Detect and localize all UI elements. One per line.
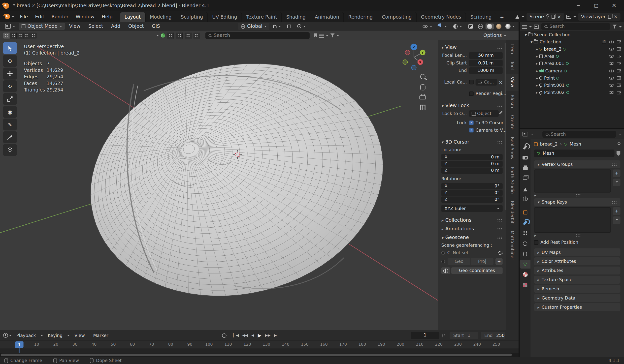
outliner-row-object[interactable]: Area.001 <box>520 60 624 67</box>
crs-radio[interactable] <box>441 251 445 254</box>
toggle-icon-b[interactable] <box>176 32 183 38</box>
timeline-scrollbar[interactable] <box>0 353 519 357</box>
tab-animation[interactable]: Animation <box>310 12 344 22</box>
tab-constraint-properties[interactable] <box>520 249 530 258</box>
tab-rendering[interactable]: Rendering <box>344 12 377 22</box>
vertex-groups-panel-header[interactable]: Vertex Groups <box>534 160 621 168</box>
outliner-row-collection[interactable]: Collection <box>520 38 624 45</box>
rotate-tool[interactable]: ↻ <box>3 80 17 92</box>
tab-matcombiner[interactable]: MatCombiner <box>506 228 519 263</box>
mesh-name-field[interactable]: Mesh <box>534 150 615 157</box>
cursor-tool[interactable]: ⊕ <box>3 55 17 67</box>
bookmark-icon[interactable] <box>314 33 317 38</box>
transform-orientation-dropdown[interactable]: Global <box>238 23 269 30</box>
select-subtract-button[interactable] <box>17 32 23 38</box>
disable-render-icon[interactable] <box>617 76 621 80</box>
menu-view-timeline[interactable]: View <box>71 332 89 339</box>
outliner-row-object[interactable]: Area <box>520 53 624 60</box>
filter-icon[interactable] <box>612 25 617 29</box>
add-vertex-group-button[interactable]: + <box>613 169 620 177</box>
tool-search-input[interactable]: Search <box>205 32 310 39</box>
camera-view-icon[interactable] <box>420 95 426 99</box>
tab-texture-paint[interactable]: Texture Paint <box>242 12 282 22</box>
playhead[interactable]: 1 <box>15 341 24 348</box>
menu-window[interactable]: Window <box>72 13 98 20</box>
overlays-dropdown[interactable] <box>451 23 465 29</box>
add-rest-position-checkbox[interactable] <box>534 240 539 245</box>
select-invert-button[interactable] <box>24 32 30 38</box>
play-reverse-button[interactable]: ◀ <box>251 333 254 337</box>
axis-minus-x-ball[interactable] <box>405 50 410 55</box>
menu-edit[interactable]: Edit <box>32 13 48 20</box>
current-frame-field[interactable]: 1 <box>411 332 439 339</box>
proportional-edit-toggle[interactable] <box>295 24 308 29</box>
outliner-editor-icon[interactable] <box>522 25 527 29</box>
gizmos-dropdown[interactable] <box>436 23 450 30</box>
tab-uv-editing[interactable]: UV Editing <box>208 12 242 22</box>
list-resize-grip[interactable] <box>575 234 581 237</box>
tab-texture-properties[interactable] <box>520 280 530 289</box>
toggle-icon-d[interactable] <box>194 32 200 38</box>
focal-length-field[interactable]: 50 mm <box>469 52 503 59</box>
snap-target-button[interactable] <box>285 24 294 29</box>
pin-icon[interactable] <box>546 14 549 17</box>
list-resize-grip[interactable] <box>575 194 581 196</box>
toggle-icon-a[interactable] <box>167 32 174 38</box>
menu-playback[interactable]: Playback <box>13 332 39 339</box>
outliner-row-scene-collection[interactable]: Scene Collection <box>520 31 624 38</box>
minimize-button[interactable]: ─ <box>571 3 585 8</box>
tab-shading[interactable]: Shading <box>282 12 310 22</box>
axis-minus-y-ball[interactable] <box>403 60 407 64</box>
shape-key-specials-button[interactable] <box>613 216 620 224</box>
next-keyframe-button[interactable]: ▶▶ <box>265 333 270 337</box>
tab-world-properties[interactable] <box>520 195 530 203</box>
menu-keying[interactable]: Keying <box>44 332 66 339</box>
custom-properties-panel-header[interactable]: Custom Properties <box>534 303 621 311</box>
tab-material-properties[interactable] <box>520 270 530 279</box>
menu-object[interactable]: Object <box>125 23 148 30</box>
shading-solid-button[interactable] <box>486 23 494 29</box>
disable-render-icon[interactable] <box>617 62 621 65</box>
render-region-checkbox[interactable] <box>469 91 474 96</box>
tab-item[interactable]: Item <box>506 41 519 57</box>
axis-minus-z-ball[interactable] <box>411 65 416 70</box>
outliner-search-input[interactable]: Search <box>541 23 610 30</box>
tab-output-properties[interactable] <box>520 163 530 172</box>
add-primitive-tool[interactable] <box>3 144 17 156</box>
transform-tool[interactable]: ◉ <box>3 106 17 118</box>
tab-view[interactable]: View <box>506 74 519 91</box>
panel-menu-grip[interactable] <box>497 46 502 49</box>
collections-section-title[interactable]: Collections <box>445 217 471 223</box>
menu-marker[interactable]: Marker <box>90 332 112 339</box>
hide-viewport-icon[interactable] <box>609 40 614 44</box>
outliner-row-object[interactable]: Point <box>520 74 624 82</box>
scrollbar-handle[interactable] <box>1 354 512 356</box>
new-scene-icon[interactable] <box>552 15 555 19</box>
tab-scripting[interactable]: Scripting <box>466 12 496 22</box>
scale-tool[interactable] <box>3 93 17 105</box>
tab-modifier-properties[interactable] <box>520 218 530 227</box>
color-attributes-panel-header[interactable]: Color Attributes <box>534 257 621 265</box>
geometry-data-panel-header[interactable]: Geometry Data <box>534 294 621 302</box>
frame-start-field[interactable]: Start1 <box>450 332 478 339</box>
local-camera-field[interactable]: Ca... <box>476 79 497 86</box>
record-icon[interactable] <box>222 333 227 338</box>
measure-tool[interactable] <box>3 131 17 143</box>
shading-material-button[interactable] <box>495 23 503 29</box>
geo-coordinates-button[interactable]: Geo-coordinates <box>451 267 503 274</box>
frame-end-field[interactable]: End250 <box>481 332 505 339</box>
maximize-button[interactable]: ▢ <box>589 3 603 8</box>
properties-search-input[interactable]: Search <box>542 131 616 137</box>
pin-icon[interactable] <box>618 142 620 145</box>
add-workspace-button[interactable]: + <box>496 13 508 22</box>
cursor-rotation-z[interactable]: Z0° <box>441 197 503 203</box>
panel-menu-grip[interactable] <box>497 219 502 221</box>
hide-viewport-icon[interactable] <box>609 54 614 59</box>
tab-blenderkit[interactable]: BlenderKit <box>506 198 519 227</box>
pan-hand-icon[interactable] <box>420 84 425 90</box>
xray-toggle[interactable] <box>466 23 476 29</box>
collection-checkbox[interactable] <box>602 40 606 44</box>
cursor-location-x[interactable]: X0 m <box>441 154 503 160</box>
tab-scene-properties[interactable] <box>520 184 530 193</box>
hide-viewport-icon[interactable] <box>609 69 614 73</box>
